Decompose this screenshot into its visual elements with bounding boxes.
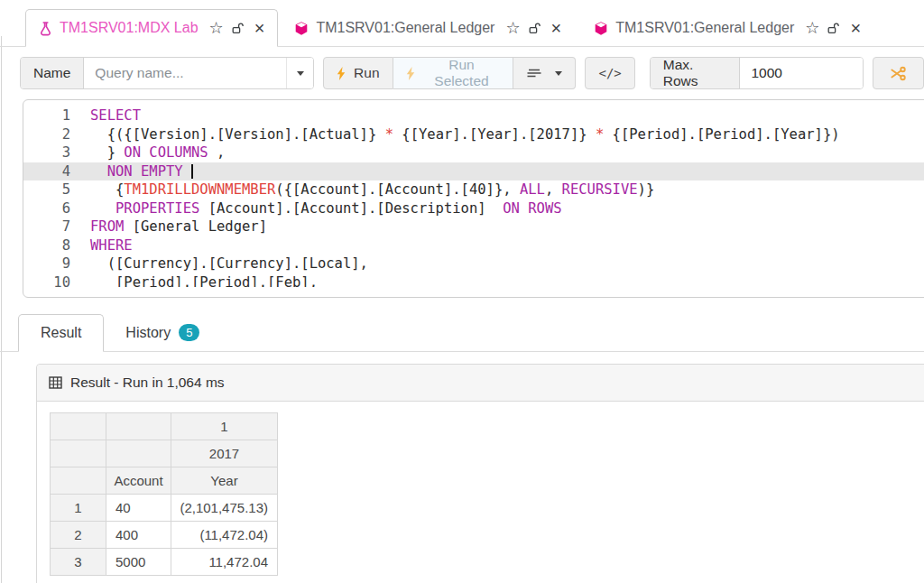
- value-cell: (11,472.04): [171, 522, 278, 549]
- result-table-body: 140(2,101,475.13)2400(11,472.04)3500011,…: [51, 495, 278, 576]
- max-rows-label: Max. Rows: [651, 58, 741, 88]
- header-cell: [106, 440, 171, 467]
- code-text: ([Currency].[Currency].[Local],: [79, 254, 368, 273]
- header-cell: Account: [106, 467, 171, 495]
- chevron-down-icon: [297, 71, 304, 76]
- code-line[interactable]: 9 ([Currency].[Currency].[Local],: [23, 254, 924, 273]
- value-cell: 11,472.04: [171, 549, 278, 576]
- run-selected-button-label: Run Selected: [423, 57, 501, 89]
- star-icon[interactable]: ☆: [209, 20, 224, 36]
- tab-result-label: Result: [41, 325, 81, 341]
- format-button[interactable]: [513, 57, 576, 89]
- code-editor[interactable]: 1SELECT2 {({[Version].[Version].[Actual]…: [23, 99, 924, 298]
- result-table: 12017AccountYear 140(2,101,475.13)2400(1…: [50, 412, 278, 576]
- code-view-button[interactable]: </>: [585, 57, 634, 89]
- star-icon[interactable]: ☆: [505, 20, 520, 36]
- tab-general-ledger-1[interactable]: TM1SRV01:General Ledger☆×: [278, 10, 578, 46]
- value-cell: (2,101,475.13): [171, 495, 278, 522]
- table-header-row: AccountYear: [51, 467, 278, 495]
- header-cell: [51, 413, 106, 440]
- code-line[interactable]: 7FROM [General Ledger]: [23, 217, 924, 236]
- query-name-input[interactable]: [84, 58, 286, 88]
- tab-bar: TM1SRV01:MDX Lab☆×TM1SRV01:General Ledge…: [0, 0, 924, 47]
- code-line[interactable]: 6 PROPERTIES [Account].[Account].[Descri…: [23, 199, 924, 218]
- code-line[interactable]: 5 {TM1DRILLDOWNMEMBER({[Account].[Accoun…: [23, 180, 924, 199]
- cut-button[interactable]: [873, 57, 924, 89]
- header-cell: [106, 413, 171, 440]
- query-dropdown-button[interactable]: [286, 58, 313, 88]
- cube-icon: [294, 21, 309, 36]
- max-rows-group: Max. Rows: [650, 57, 864, 89]
- tab-title: TM1SRV01:General Ledger: [615, 20, 794, 36]
- close-icon[interactable]: ×: [254, 19, 265, 37]
- result-panel-body: 12017AccountYear 140(2,101,475.13)2400(1…: [37, 402, 924, 576]
- close-icon[interactable]: ×: [551, 19, 562, 37]
- unlock-icon[interactable]: [528, 22, 541, 35]
- header-cell: 2017: [171, 440, 278, 467]
- unlock-icon[interactable]: [827, 22, 839, 35]
- max-rows-input[interactable]: [740, 58, 863, 88]
- table-icon: [49, 376, 62, 389]
- star-icon[interactable]: ☆: [805, 20, 819, 36]
- tab-result[interactable]: Result: [18, 314, 104, 352]
- line-number: 7: [23, 217, 79, 236]
- header-cell: [51, 467, 106, 495]
- line-number: 4: [23, 162, 79, 181]
- line-number: 1: [23, 106, 79, 125]
- code-line[interactable]: 8WHERE: [23, 236, 924, 255]
- row-number-cell: 3: [51, 549, 106, 576]
- tab-general-ledger-2[interactable]: TM1SRV01:General Ledger☆×: [578, 10, 877, 46]
- tab-title: TM1SRV01:General Ledger: [316, 20, 494, 36]
- code-text: WHERE: [79, 236, 133, 255]
- result-tab-bar: Result History 5: [0, 309, 924, 352]
- code-text: NON EMPTY: [79, 162, 193, 181]
- chevron-down-icon: [555, 71, 562, 76]
- tab-mdx-lab[interactable]: TM1SRV01:MDX Lab☆×: [25, 9, 278, 47]
- format-lines-icon: [526, 67, 542, 79]
- run-selected-button[interactable]: Run Selected: [393, 57, 514, 89]
- run-button[interactable]: Run: [323, 57, 393, 89]
- result-table-head: 12017AccountYear: [51, 413, 278, 495]
- code-text: {TM1DRILLDOWNMEMBER({[Account].[Account]…: [79, 180, 654, 199]
- query-name-group: Name: [20, 57, 314, 89]
- line-number: 6: [23, 199, 79, 218]
- code-line[interactable]: 3 } ON COLUMNS ,: [23, 143, 924, 162]
- account-cell: 400: [106, 522, 171, 549]
- result-panel-header: Result - Run in 1,064 ms: [37, 365, 924, 402]
- flask-icon: [39, 21, 52, 36]
- code-text: {({[Version].[Version].[Actual]} * {[Yea…: [79, 125, 840, 144]
- unlock-icon[interactable]: [231, 22, 244, 35]
- row-number-cell: 1: [51, 495, 106, 522]
- tab-history[interactable]: History 5: [104, 314, 221, 351]
- code-line[interactable]: 10 [Period].[Period].[Feb],: [23, 273, 924, 288]
- code-text: PROPERTIES [Account].[Account].[Descript…: [79, 199, 562, 218]
- code-area: 1SELECT2 {({[Version].[Version].[Actual]…: [23, 100, 924, 287]
- code-text: SELECT: [79, 106, 141, 125]
- code-view-button-label: </>: [598, 66, 621, 80]
- line-number: 2: [23, 125, 79, 144]
- result-panel: Result - Run in 1,064 ms 12017AccountYea…: [36, 364, 924, 583]
- name-label: Name: [21, 58, 84, 88]
- account-cell: 5000: [106, 549, 171, 576]
- line-number: 9: [23, 254, 79, 273]
- close-icon[interactable]: ×: [850, 19, 861, 37]
- account-cell: 40: [106, 495, 171, 522]
- code-line[interactable]: 2 {({[Version].[Version].[Actual]} * {[Y…: [23, 125, 924, 144]
- table-header-row: 2017: [51, 440, 278, 467]
- table-row: 2400(11,472.04): [51, 522, 278, 549]
- lightning-icon: [337, 67, 346, 80]
- scissors-icon: [890, 65, 907, 82]
- cube-icon: [594, 21, 608, 36]
- header-cell: [51, 440, 106, 467]
- code-text: } ON COLUMNS ,: [79, 143, 225, 162]
- line-number: 3: [23, 143, 79, 162]
- toolbar: Name Run Run Selected: [0, 47, 924, 99]
- code-line[interactable]: 1SELECT: [23, 106, 924, 125]
- line-number: 10: [23, 273, 79, 288]
- table-header-row: 1: [51, 413, 278, 440]
- code-line[interactable]: 4 NON EMPTY: [23, 162, 924, 181]
- result-summary: Result - Run in 1,064 ms: [70, 375, 225, 391]
- table-row: 3500011,472.04: [51, 549, 278, 576]
- tab-title: TM1SRV01:MDX Lab: [60, 20, 199, 36]
- lightning-icon: [406, 67, 416, 80]
